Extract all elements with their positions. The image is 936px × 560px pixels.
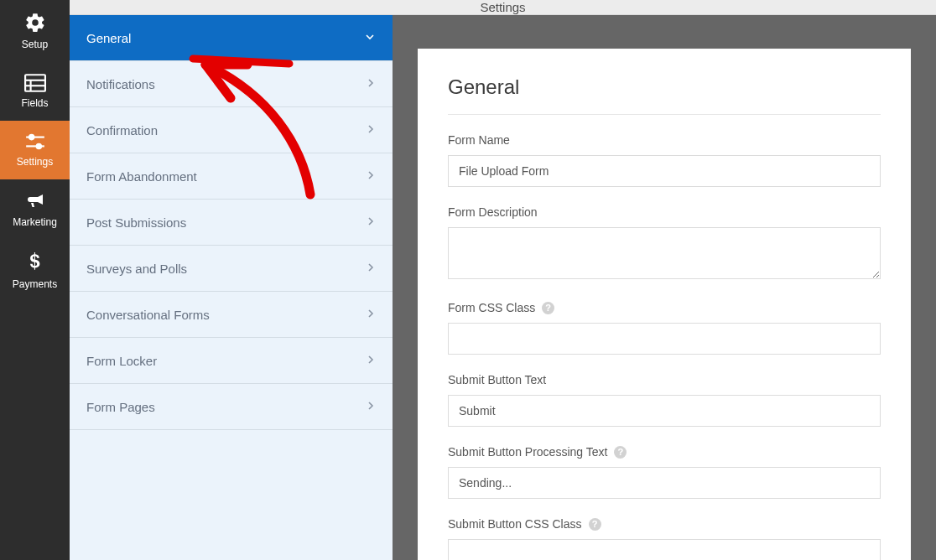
form-name-input[interactable] <box>448 155 881 187</box>
form-css-class-input[interactable] <box>448 323 881 355</box>
sidebar-item-label: Surveys and Polls <box>86 262 187 276</box>
vnav-settings[interactable]: Settings <box>0 121 70 179</box>
sidebar-item-form-abandonment[interactable]: Form Abandonment <box>70 153 393 200</box>
field-label: Form Description <box>448 205 881 219</box>
sidebar-item-notifications[interactable]: Notifications <box>70 61 393 107</box>
sidebar-item-form-pages[interactable]: Form Pages <box>70 384 393 430</box>
topbar-title: Settings <box>480 0 525 14</box>
chevron-right-icon <box>367 170 374 182</box>
vnav-label: Marketing <box>13 216 57 228</box>
vnav-setup[interactable]: Setup <box>0 0 70 62</box>
sidebar-spacer <box>70 430 393 560</box>
bullhorn-icon <box>24 191 46 211</box>
topbar: Settings <box>70 0 936 15</box>
sliders-icon <box>24 132 46 151</box>
vnav-fields[interactable]: Fields <box>0 62 70 121</box>
sidebar-item-surveys-polls[interactable]: Surveys and Polls <box>70 246 393 292</box>
field-submit-processing: Submit Button Processing Text ? <box>448 445 881 499</box>
submit-css-class-input[interactable] <box>448 539 881 560</box>
field-label: Submit Button Processing Text <box>448 445 607 459</box>
panel-title: General <box>448 75 881 115</box>
sidebar-item-label: Form Locker <box>86 354 157 368</box>
sidebar-item-label: Notifications <box>86 77 155 91</box>
sidebar-item-label: Confirmation <box>86 123 158 137</box>
vnav-label: Fields <box>21 97 48 109</box>
field-form-description: Form Description <box>448 205 881 283</box>
field-label: Form Name <box>448 133 881 147</box>
field-submit-text: Submit Button Text <box>448 373 881 427</box>
vnav-label: Payments <box>13 278 57 290</box>
vnav-label: Setup <box>22 39 48 50</box>
chevron-right-icon <box>367 355 374 366</box>
app-root: Setup Fields Settings Marketing Payments <box>0 0 936 560</box>
sidebar-item-label: Post Submissions <box>86 215 186 230</box>
chevron-right-icon <box>367 262 374 274</box>
list-icon <box>24 74 46 92</box>
sidebar-item-form-locker[interactable]: Form Locker <box>70 338 393 384</box>
svg-rect-0 <box>25 75 45 91</box>
field-form-name: Form Name <box>448 133 881 187</box>
sidebar-item-confirmation[interactable]: Confirmation <box>70 107 393 153</box>
field-form-css-class: Form CSS Class ? <box>448 301 881 355</box>
settings-sidebar: General Notifications Confirmation <box>70 15 393 560</box>
sidebar-item-label: Conversational Forms <box>86 308 210 322</box>
vnav-label: Settings <box>17 156 53 168</box>
vertical-nav: Setup Fields Settings Marketing Payments <box>0 0 70 560</box>
svg-point-6 <box>29 135 33 139</box>
body: General Notifications Confirmation <box>70 15 936 560</box>
gear-icon <box>24 12 46 34</box>
field-label: Form CSS Class <box>448 301 535 314</box>
field-submit-css-class: Submit Button CSS Class ? <box>448 517 881 560</box>
help-icon[interactable]: ? <box>589 518 601 531</box>
vnav-marketing[interactable]: Marketing <box>0 179 70 240</box>
general-panel: General Form Name Form Description Form … <box>418 49 911 560</box>
submit-processing-input[interactable] <box>448 467 881 499</box>
chevron-right-icon <box>367 309 374 320</box>
content-column: Settings General Notifications <box>70 0 936 560</box>
sidebar-item-label: Form Abandonment <box>86 169 197 184</box>
sidebar-item-general[interactable]: General <box>70 15 393 61</box>
dollar-icon <box>27 251 44 273</box>
field-label: Submit Button Text <box>448 373 881 386</box>
sidebar-item-conversational-forms[interactable]: Conversational Forms <box>70 292 393 338</box>
svg-point-7 <box>36 144 40 148</box>
submit-text-input[interactable] <box>448 395 881 427</box>
help-icon[interactable]: ? <box>542 302 554 314</box>
help-icon[interactable]: ? <box>614 446 627 459</box>
field-label: Submit Button CSS Class <box>448 517 582 531</box>
sidebar-item-label: Form Pages <box>86 400 155 414</box>
sidebar-item-label: General <box>86 31 131 45</box>
main-column: General Form Name Form Description Form … <box>393 15 936 560</box>
form-description-textarea[interactable] <box>448 227 881 279</box>
vnav-payments[interactable]: Payments <box>0 240 70 302</box>
sidebar-item-post-submissions[interactable]: Post Submissions <box>70 200 393 246</box>
chevron-right-icon <box>367 401 374 412</box>
chevron-right-icon <box>367 216 374 228</box>
chevron-right-icon <box>367 78 374 90</box>
chevron-down-icon <box>366 32 374 44</box>
chevron-right-icon <box>367 124 374 136</box>
